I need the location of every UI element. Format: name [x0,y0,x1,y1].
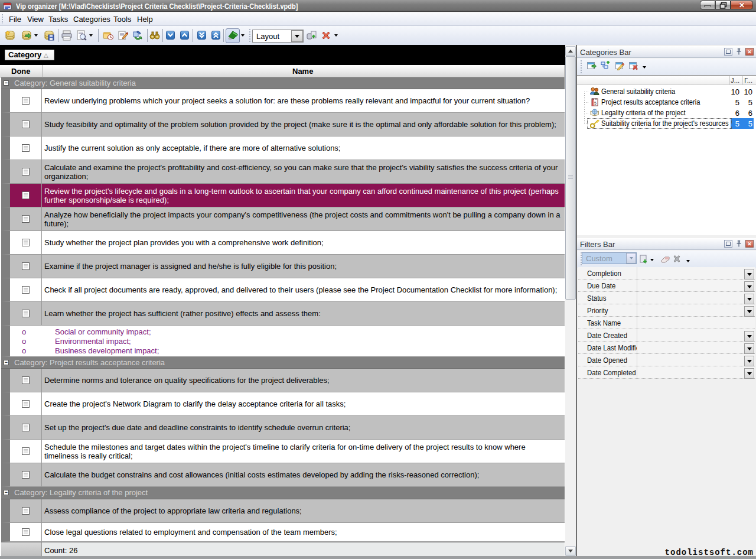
svg-text:5: 5 [594,101,597,105]
